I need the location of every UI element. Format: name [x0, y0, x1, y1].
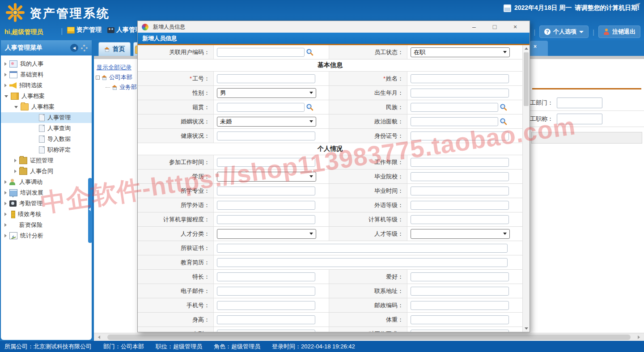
tree-arrow-icon[interactable] [4, 62, 7, 66]
search-icon[interactable] [306, 103, 314, 111]
sidebar-item[interactable]: 招聘选拔 [1, 80, 92, 91]
tree-node-dept[interactable]: 业务部 [106, 83, 137, 91]
input-right[interactable] [411, 301, 509, 310]
scroll-right-icon[interactable] [638, 335, 640, 339]
sidebar-item[interactable]: 导入数据 [1, 134, 92, 144]
tab-home[interactable]: 首页 [98, 42, 131, 56]
sidebar-item[interactable]: 我的人事 [1, 59, 92, 69]
maximize-icon[interactable]: □ [484, 23, 505, 30]
input-left[interactable] [217, 330, 315, 332]
input-left[interactable] [217, 48, 305, 57]
tree-arrow-icon[interactable] [4, 73, 7, 76]
input-left[interactable] [217, 315, 315, 324]
sidebar-item[interactable]: 薪资保险 [1, 220, 92, 230]
input-full[interactable] [217, 244, 508, 253]
input-right[interactable] [411, 117, 498, 126]
input-right[interactable] [411, 330, 509, 332]
input-right[interactable] [411, 89, 509, 98]
input-right[interactable] [411, 187, 509, 195]
tree-arrow-icon[interactable] [4, 202, 7, 205]
tree-arrow-icon[interactable] [14, 170, 17, 173]
sidebar-item[interactable]: 人事合同 [1, 166, 92, 177]
input-left[interactable] [217, 74, 315, 83]
input-left[interactable] [217, 215, 315, 224]
input-left[interactable] [217, 301, 315, 310]
dept-input[interactable] [557, 98, 602, 108]
minimize-icon[interactable]: – [464, 23, 484, 30]
sidebar-item[interactable]: 培训发展 [1, 187, 92, 198]
input-left[interactable] [217, 272, 315, 281]
horizontal-scroll-thumb[interactable] [107, 335, 631, 340]
dialog-vertical-scrollbar[interactable] [522, 45, 530, 332]
input-right[interactable] [411, 287, 509, 296]
select-left[interactable]: 男 [217, 88, 316, 98]
input-left[interactable] [217, 187, 315, 195]
tree-arrow-icon[interactable] [4, 223, 7, 227]
close-tab-icon[interactable]: × [534, 43, 537, 50]
input-left[interactable] [217, 287, 315, 296]
logout-button[interactable]: 注销退出 [598, 25, 640, 38]
input-right[interactable] [411, 172, 509, 181]
input-right[interactable] [411, 315, 509, 324]
close-icon[interactable]: × [505, 23, 525, 30]
sidebar-gear-icon[interactable] [81, 45, 88, 51]
select-left[interactable] [217, 172, 316, 182]
input-right[interactable] [411, 272, 509, 281]
input-left[interactable] [217, 131, 315, 140]
input-right[interactable] [411, 74, 509, 83]
sidebar-item[interactable]: 基础资料 [1, 69, 92, 80]
select-left[interactable] [217, 229, 316, 239]
collapse-sidebar-button[interactable]: ◄ [70, 44, 78, 52]
input-right[interactable] [411, 158, 509, 167]
sidebar-item[interactable]: 绩效考核 [1, 209, 92, 220]
input-right[interactable] [411, 215, 509, 224]
select-right[interactable] [411, 229, 510, 239]
input-left[interactable] [217, 103, 305, 112]
tree-arrow-icon[interactable] [4, 95, 8, 98]
scroll-up-icon[interactable] [525, 47, 528, 50]
tab-active-right[interactable]: × [530, 41, 548, 56]
input-right[interactable] [411, 131, 509, 140]
menu-hr-management[interactable]: 人事管理 [107, 26, 141, 34]
dialog-title-bar[interactable]: 新增人员信息 – □ × [138, 21, 530, 33]
input-full[interactable] [217, 258, 508, 267]
input-right[interactable] [411, 103, 498, 112]
tree-arrow-icon[interactable] [4, 180, 7, 184]
tree-arrow-icon[interactable] [4, 212, 7, 216]
sidebar-item[interactable]: 职称评定 [1, 144, 92, 155]
search-icon[interactable] [500, 103, 507, 111]
sidebar-item-label: 招聘选拔 [19, 81, 42, 89]
personal-options-button[interactable]: ? 个人选项 [539, 25, 589, 38]
sidebar-item[interactable]: 人事管理 [1, 112, 92, 123]
tree-arrow-icon[interactable] [4, 84, 7, 87]
tree-node-company[interactable]: - 公司本部 [96, 73, 132, 81]
scroll-left-icon[interactable] [98, 335, 100, 339]
tree-collapse-icon[interactable]: - [96, 76, 100, 80]
input-left[interactable] [217, 158, 315, 167]
search-icon[interactable] [500, 118, 507, 125]
title-input[interactable] [557, 114, 602, 124]
search-icon[interactable] [306, 48, 314, 56]
tree-arrow-icon[interactable] [4, 234, 7, 237]
select-right[interactable]: 在职 [411, 47, 510, 57]
sidebar-item[interactable]: 统计分析 [1, 230, 92, 241]
sidebar-item[interactable]: 人事档案 [1, 91, 92, 102]
input-right[interactable] [411, 201, 509, 210]
vertical-scroll-thumb[interactable] [524, 52, 529, 106]
sidebar-item[interactable]: 证照管理 [1, 155, 92, 166]
menu-asset-management[interactable]: 资产管理 [67, 26, 102, 34]
sidebar-item[interactable]: 人事查询 [1, 123, 92, 134]
show-all-records-link[interactable]: 显示全部记录 [97, 64, 131, 72]
input-left[interactable] [217, 201, 315, 210]
button-divider: | [593, 28, 594, 36]
sidebar-item[interactable]: 人事档案 [1, 102, 92, 112]
scroll-down-icon[interactable] [525, 327, 528, 330]
select-left[interactable]: 未婚 [217, 117, 316, 127]
panel-splitter-handle[interactable] [88, 178, 92, 243]
sidebar-item[interactable]: 考勤管理 [1, 198, 92, 209]
tree-arrow-icon[interactable] [14, 106, 18, 108]
horizontal-scrollbar[interactable] [94, 333, 644, 341]
tree-arrow-icon[interactable] [4, 191, 7, 195]
sidebar-item[interactable]: 人事调动 [1, 177, 92, 187]
tree-arrow-icon[interactable] [14, 159, 17, 162]
